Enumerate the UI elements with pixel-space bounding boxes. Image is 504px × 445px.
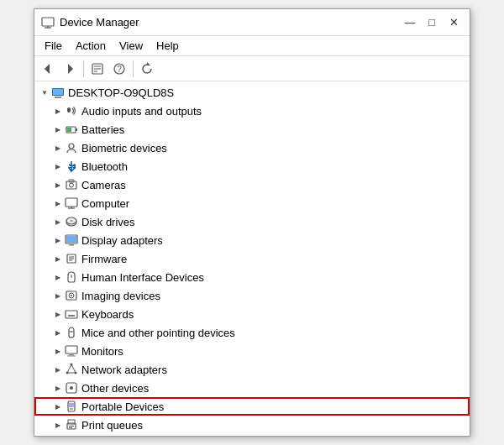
computer-label: Computer xyxy=(81,197,129,210)
keyboards-label: Keyboards xyxy=(81,308,134,321)
svg-line-55 xyxy=(67,364,71,373)
tree-item-bluetooth[interactable]: Bluetooth xyxy=(34,157,470,175)
menu-bar: File Action View Help xyxy=(34,36,470,56)
computer-icon xyxy=(65,196,78,210)
device-manager-window: Device Manager — □ ✕ File Action View He… xyxy=(34,8,470,437)
hid-label: Human Interface Devices xyxy=(81,271,204,284)
svg-rect-65 xyxy=(69,426,74,427)
tree-item-portable[interactable]: Portable Devices xyxy=(34,397,470,416)
biometric-expand[interactable] xyxy=(51,141,65,154)
help-button[interactable]: ? xyxy=(109,59,129,79)
tree-root[interactable]: DESKTOP-O9QLD8S xyxy=(34,83,470,102)
properties-button[interactable] xyxy=(87,59,108,79)
monitors-label: Monitors xyxy=(81,345,123,358)
tree-item-keyboards[interactable]: Keyboards xyxy=(34,305,470,323)
portable-label: Portable Devices xyxy=(81,400,164,413)
svg-point-59 xyxy=(70,386,73,390)
portable-expand[interactable] xyxy=(51,400,65,413)
menu-action[interactable]: Action xyxy=(69,38,113,54)
tree-item-mice[interactable]: Mice and other pointing devices xyxy=(34,323,470,342)
firmware-label: Firmware xyxy=(81,253,127,265)
tree-item-display[interactable]: Display adapters xyxy=(34,231,470,249)
firmware-icon xyxy=(65,252,78,265)
batteries-expand[interactable] xyxy=(51,123,65,136)
maximize-button[interactable]: □ xyxy=(423,13,441,32)
tree-item-disk[interactable]: Disk drives xyxy=(34,212,470,231)
firmware-expand[interactable] xyxy=(51,252,65,265)
tree-item-biometric[interactable]: Biometric devices xyxy=(34,139,470,157)
tree-item-imaging[interactable]: Imaging devices xyxy=(34,286,470,305)
bluetooth-expand[interactable] xyxy=(51,160,65,173)
tree-item-other[interactable]: Other devices xyxy=(34,379,470,397)
network-label: Network adapters xyxy=(81,364,167,376)
tree-item-print[interactable]: Print queues xyxy=(34,416,470,434)
menu-view[interactable]: View xyxy=(113,38,150,54)
mice-expand[interactable] xyxy=(51,326,65,339)
computer-expand[interactable] xyxy=(51,196,65,210)
root-label: DESKTOP-O9QLD8S xyxy=(68,86,174,99)
svg-rect-31 xyxy=(69,244,74,246)
monitors-expand[interactable] xyxy=(51,344,65,358)
svg-rect-13 xyxy=(55,97,61,98)
disk-expand[interactable] xyxy=(51,215,65,228)
svg-point-39 xyxy=(71,295,72,296)
title-bar-controls: — □ ✕ xyxy=(401,13,463,32)
network-expand[interactable] xyxy=(51,363,65,376)
svg-rect-0 xyxy=(42,18,54,26)
close-button[interactable]: ✕ xyxy=(444,13,463,32)
keyboards-icon xyxy=(65,307,78,321)
back-button[interactable] xyxy=(38,59,58,79)
svg-rect-23 xyxy=(66,198,77,207)
other-icon xyxy=(65,381,78,395)
tree-item-hid[interactable]: Human Interface Devices xyxy=(34,268,470,286)
tree-item-batteries[interactable]: Batteries xyxy=(34,120,470,139)
app-icon xyxy=(41,16,55,29)
portable-icon xyxy=(65,400,78,413)
root-expand[interactable] xyxy=(38,86,51,99)
print-label: Print queues xyxy=(81,419,143,432)
display-expand[interactable] xyxy=(51,233,65,247)
svg-rect-40 xyxy=(66,311,77,318)
svg-rect-14 xyxy=(53,89,63,95)
imaging-label: Imaging devices xyxy=(81,290,160,302)
print-icon xyxy=(65,418,78,432)
tree-item-audio[interactable]: Audio inputs and outputs xyxy=(34,102,470,120)
svg-marker-11 xyxy=(147,62,150,65)
other-expand[interactable] xyxy=(51,381,65,395)
toolbar-separator-1 xyxy=(83,60,84,77)
keyboards-expand[interactable] xyxy=(51,307,65,321)
svg-rect-49 xyxy=(66,346,77,353)
svg-line-56 xyxy=(71,364,76,373)
tree-item-network[interactable]: Network adapters xyxy=(34,360,470,379)
toolbar: ? xyxy=(34,56,470,81)
svg-marker-4 xyxy=(68,64,73,74)
menu-file[interactable]: File xyxy=(38,38,69,54)
monitors-icon xyxy=(65,344,78,358)
tree-item-cameras[interactable]: Cameras xyxy=(34,175,470,194)
tree-item-monitors[interactable]: Monitors xyxy=(34,342,470,360)
tree-item-computer[interactable]: Computer xyxy=(34,194,470,212)
toolbar-separator-2 xyxy=(133,60,134,77)
tree-panel[interactable]: DESKTOP-O9QLD8S Audio inputs and outputs xyxy=(34,81,470,436)
disk-icon xyxy=(65,215,78,228)
root-icon xyxy=(51,86,65,99)
display-label: Display adapters xyxy=(81,234,163,247)
tree-item-processors[interactable]: Processors xyxy=(34,434,470,436)
cameras-expand[interactable] xyxy=(51,178,65,191)
svg-rect-50 xyxy=(69,354,74,356)
imaging-expand[interactable] xyxy=(51,289,65,302)
audio-expand[interactable] xyxy=(51,104,65,118)
print-expand[interactable] xyxy=(51,418,65,432)
bluetooth-icon xyxy=(65,160,78,173)
refresh-button[interactable] xyxy=(137,59,157,79)
tree-item-firmware[interactable]: Firmware xyxy=(34,249,470,268)
audio-icon xyxy=(65,104,78,118)
hid-icon xyxy=(65,270,78,284)
minimize-button[interactable]: — xyxy=(401,13,419,32)
menu-help[interactable]: Help xyxy=(150,38,186,54)
hid-expand[interactable] xyxy=(51,270,65,284)
mice-label: Mice and other pointing devices xyxy=(81,327,235,339)
forward-button[interactable] xyxy=(60,59,80,79)
title-text: Device Manager xyxy=(60,16,139,29)
svg-rect-66 xyxy=(69,427,72,428)
